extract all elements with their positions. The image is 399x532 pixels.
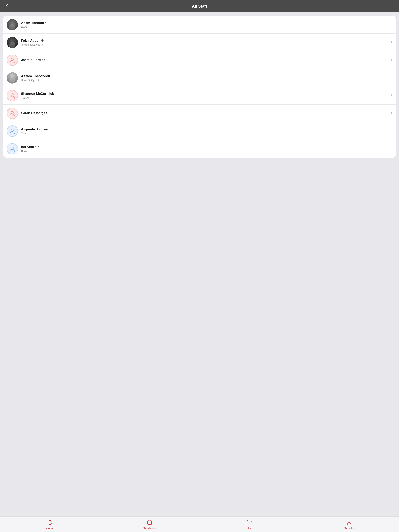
staff-info: Faiza Abdullah kinesiologist/ coach: [21, 39, 389, 46]
staff-info: Adam Theodorou Owner: [21, 21, 389, 28]
chevron-right-icon: [390, 40, 392, 44]
svg-point-1: [11, 94, 13, 96]
staff-role: Owner: [21, 25, 389, 28]
staff-info: Sarah Desforges: [21, 111, 389, 116]
svg-point-5: [48, 520, 52, 525]
staff-info: Ashlea Theodorou Head Of Operations: [21, 74, 389, 82]
chevron-right-icon: [390, 147, 392, 151]
staff-row[interactable]: Ashlea Theodorou Head Of Operations: [3, 69, 396, 87]
chevron-right-icon: [390, 58, 392, 62]
nav-label-store: Store: [247, 527, 252, 529]
svg-rect-6: [148, 521, 152, 524]
staff-row[interactable]: Alejandro Butron Coach: [3, 122, 396, 140]
svg-point-0: [11, 58, 13, 61]
staff-name: Faiza Abdullah: [21, 39, 389, 43]
chevron-right-icon: [390, 111, 392, 115]
staff-list: Adam Theodorou Owner Faiza Abdullah kine…: [3, 16, 396, 158]
back-button[interactable]: [4, 2, 11, 10]
staff-avatar: [7, 19, 18, 30]
staff-info: Shannon McCormick Trainer: [21, 92, 389, 99]
nav-label-book-now: Book Now: [45, 527, 55, 529]
svg-point-2: [11, 111, 13, 114]
staff-avatar: [7, 143, 18, 154]
staff-name: Jasmin Parmar: [21, 58, 389, 62]
staff-info: Alejandro Butron Coach: [21, 127, 389, 135]
chevron-right-icon: [390, 129, 392, 133]
nav-item-my-profile[interactable]: My Profile: [299, 517, 399, 532]
person-icon: [346, 520, 352, 526]
nav-item-book-now[interactable]: Book Now: [0, 517, 100, 532]
staff-role: Head Of Operations: [21, 79, 389, 82]
calendar-icon: [147, 520, 152, 526]
staff-row[interactable]: Sarah Desforges: [3, 105, 396, 122]
nav-label-my-profile: My Profile: [344, 527, 354, 529]
staff-row[interactable]: Jasmin Parmar: [3, 51, 396, 69]
staff-name: Ashlea Theodorou: [21, 74, 389, 78]
chevron-right-icon: [390, 94, 392, 98]
nav-item-store[interactable]: Store: [200, 517, 299, 532]
bottom-nav: Book Now My Schedule Store: [0, 516, 399, 532]
staff-avatar: [7, 55, 18, 66]
chevron-right-icon: [390, 76, 392, 80]
nav-item-my-schedule[interactable]: My Schedule: [100, 517, 200, 532]
header: All Staff: [0, 0, 399, 13]
cart-icon: [247, 520, 252, 526]
staff-avatar: [7, 90, 18, 101]
staff-avatar: [7, 37, 18, 48]
staff-info: Ian Sinclair Coach: [21, 145, 389, 152]
staff-name: Alejandro Butron: [21, 127, 389, 131]
svg-point-8: [249, 524, 249, 524]
staff-role: Coach: [21, 132, 389, 135]
staff-name: Shannon McCormick: [21, 92, 389, 96]
nav-label-my-schedule: My Schedule: [143, 527, 156, 529]
svg-point-4: [11, 147, 13, 149]
staff-role: Trainer: [21, 96, 389, 99]
staff-name: Adam Theodorou: [21, 21, 389, 25]
staff-row[interactable]: Shannon McCormick Trainer: [3, 87, 396, 105]
staff-role: kinesiologist/ coach: [21, 43, 389, 46]
staff-avatar: [7, 125, 18, 137]
staff-row[interactable]: Ian Sinclair Coach: [3, 140, 396, 158]
page-title: All Staff: [192, 4, 207, 9]
staff-avatar: [7, 108, 18, 119]
staff-row[interactable]: Faiza Abdullah kinesiologist/ coach: [3, 34, 396, 51]
svg-point-9: [250, 524, 251, 524]
staff-name: Ian Sinclair: [21, 145, 389, 149]
chevron-right-icon: [390, 23, 392, 27]
staff-name: Sarah Desforges: [21, 111, 389, 115]
staff-avatar: [7, 72, 18, 83]
svg-point-3: [11, 129, 13, 132]
main-content: Adam Theodorou Owner Faiza Abdullah kine…: [0, 13, 399, 516]
staff-row[interactable]: Adam Theodorou Owner: [3, 16, 396, 34]
svg-rect-7: [148, 523, 149, 523]
staff-role: Coach: [21, 150, 389, 152]
staff-info: Jasmin Parmar: [21, 58, 389, 63]
check-circle-icon: [47, 520, 53, 526]
svg-point-10: [348, 521, 350, 523]
